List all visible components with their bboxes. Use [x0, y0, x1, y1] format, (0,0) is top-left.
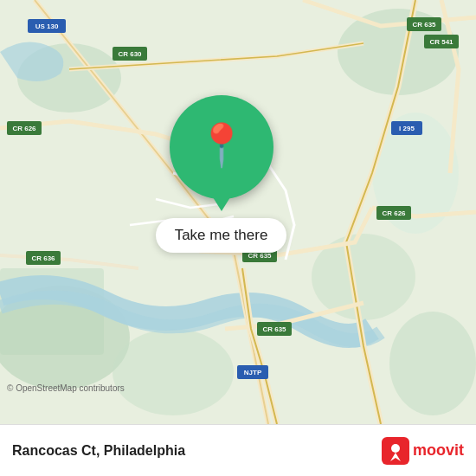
take-me-there-button[interactable]: Take me there	[156, 218, 287, 253]
map-container: US 130 CR 630 CR 635 CR 541 CR 626 I 295…	[0, 0, 476, 424]
moovit-icon	[382, 437, 409, 465]
svg-text:NJTP: NJTP	[244, 369, 262, 376]
popup-bubble: 📍	[170, 95, 273, 199]
moovit-logo: moovit	[382, 437, 464, 465]
svg-point-32	[391, 444, 400, 453]
svg-point-6	[113, 329, 234, 415]
svg-text:I 295: I 295	[399, 125, 415, 132]
svg-text:CR 635: CR 635	[248, 252, 272, 260]
svg-text:CR 635: CR 635	[412, 21, 436, 29]
place-name: Rancocas Ct, Philadelphia	[12, 443, 382, 459]
svg-text:CR 626: CR 626	[382, 209, 406, 217]
bottom-bar: Rancocas Ct, Philadelphia moovit	[0, 424, 476, 476]
map-popup: 📍 Take me there	[128, 95, 314, 253]
svg-text:CR 541: CR 541	[429, 38, 453, 46]
svg-text:CR 636: CR 636	[31, 254, 55, 262]
svg-text:CR 635: CR 635	[262, 325, 286, 333]
svg-text:CR 630: CR 630	[118, 50, 142, 58]
location-pin-icon: 📍	[196, 125, 248, 166]
moovit-text: moovit	[413, 441, 464, 460]
svg-point-8	[389, 312, 476, 415]
svg-text:CR 626: CR 626	[12, 125, 36, 132]
map-attribution: © OpenStreetMap contributors	[7, 383, 125, 393]
svg-text:US 130: US 130	[35, 23, 59, 30]
